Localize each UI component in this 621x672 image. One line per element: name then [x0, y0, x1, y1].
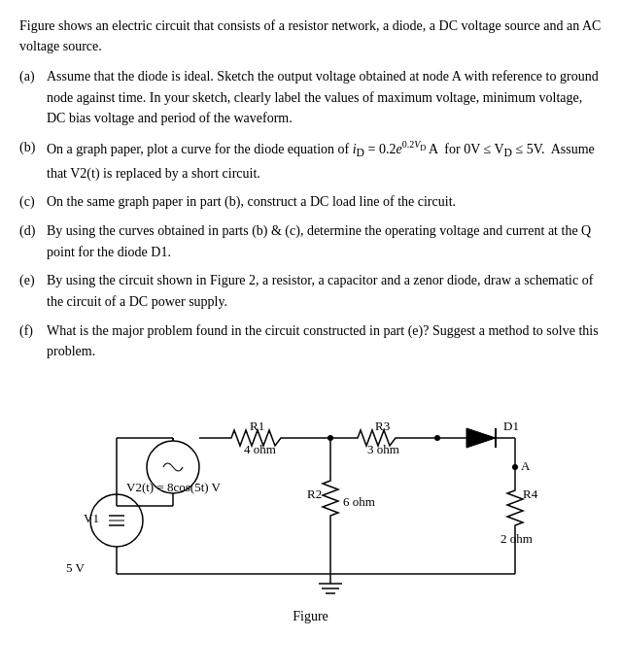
figure-label: Figure: [293, 609, 328, 624]
q-label-b: (b): [19, 137, 47, 158]
r2-label: R2: [307, 487, 322, 501]
r3-val: 3 ohm: [367, 442, 399, 456]
r4-label: R4: [523, 487, 538, 501]
svg-marker-26: [466, 428, 496, 448]
question-a: (a) Assume that the diode is ideal. Sket…: [19, 66, 602, 129]
q-label-c: (c): [19, 191, 47, 213]
question-e: (e) By using the circuit shown in Figure…: [19, 270, 602, 312]
r4-val: 2 ohm: [500, 531, 533, 546]
v1-val: 5 V: [66, 560, 86, 575]
r3-label: R3: [375, 419, 390, 433]
q-text-c: On the same graph paper in part (b), con…: [47, 191, 602, 213]
figure-intro: Figure shows an electric circuit that co…: [19, 16, 602, 56]
q-label-e: (e): [19, 270, 47, 291]
r1-val: 4 ohm: [244, 442, 276, 456]
circuit-diagram: V1 5 V V2(t) = 8cos(5t) V R1 4 ohm: [19, 380, 602, 624]
circuit-svg: V1 5 V V2(t) = 8cos(5t) V R1 4 ohm: [58, 380, 564, 603]
v1-label: V1: [84, 511, 99, 525]
q-text-a: Assume that the diode is ideal. Sketch t…: [47, 66, 602, 129]
node-a-label: A: [521, 458, 531, 473]
q-text-e: By using the circuit shown in Figure 2, …: [47, 270, 602, 312]
d1-label: D1: [503, 419, 519, 433]
question-f: (f) What is the major problem found in t…: [19, 320, 602, 362]
question-d: (d) By using the curves obtained in part…: [19, 220, 602, 262]
r2-val: 6 ohm: [343, 494, 375, 509]
q-label-d: (d): [19, 220, 47, 242]
question-c: (c) On the same graph paper in part (b),…: [19, 191, 602, 213]
q-text-b: On a graph paper, plot a curve for the d…: [47, 137, 602, 184]
q-text-f: What is the major problem found in the c…: [47, 320, 602, 362]
q-text-d: By using the curves obtained in parts (b…: [47, 220, 602, 262]
q-label-f: (f): [19, 320, 47, 342]
q-label-a: (a): [19, 66, 47, 87]
question-b: (b) On a graph paper, plot a curve for t…: [19, 137, 602, 184]
v2-label: V2(t) = 8cos(5t) V: [126, 480, 222, 494]
